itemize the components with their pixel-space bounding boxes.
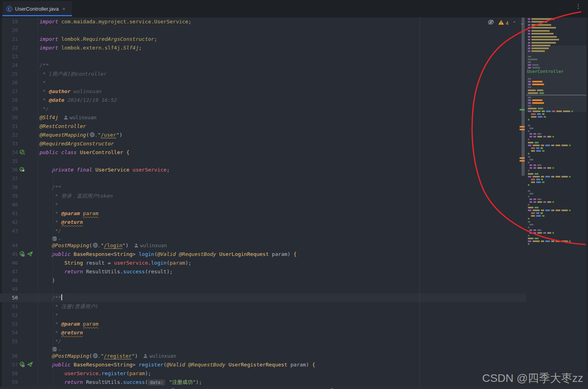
tab-active-underline: [2, 15, 72, 16]
bean-gutter-icon[interactable]: [19, 149, 25, 155]
minimap[interactable]: UserController: [518, 0, 588, 372]
code-lines[interactable]: 19import com.maidada.myproject.service.U…: [0, 17, 526, 387]
text-caret: [61, 294, 62, 300]
code-line-32[interactable]: 32@RequestMapping(⌄"/user"): [0, 131, 526, 139]
code-line-40[interactable]: 40 *: [0, 200, 526, 209]
minimap-viewport-2[interactable]: [526, 95, 586, 112]
code-line-36[interactable]: 36 private final UserService userService…: [0, 166, 526, 174]
code-line-59[interactable]: 59 return ResultUtils.success(data: "注册成…: [0, 378, 526, 387]
code-line-22[interactable]: 22import lombok.extern.slf4j.Slf4j;: [0, 44, 526, 52]
code-line-39[interactable]: 39 * 登录，返回用户token: [0, 192, 526, 200]
code-text: *: [40, 200, 58, 209]
stripe-mark[interactable]: [520, 126, 525, 128]
code-text: /**: [40, 61, 49, 70]
code-line-42[interactable]: 42 * @return: [0, 218, 526, 227]
code-line-23[interactable]: 23: [0, 52, 526, 61]
code-line-20[interactable]: 20: [0, 26, 526, 35]
code-line-44[interactable]: 44 @PostMapping(⌄"/login")wulinxuan: [0, 241, 526, 250]
web-mapping-icon: ⌄: [93, 242, 100, 248]
stripe-mark[interactable]: [520, 157, 525, 159]
code-line-26[interactable]: 26 *: [0, 78, 526, 87]
code-line-34[interactable]: 34public class UserController {: [0, 148, 526, 157]
code-line-43[interactable]: 43 */: [0, 227, 526, 235]
web-mapping-icon: ⌄: [93, 353, 100, 359]
line-number: 31: [0, 122, 18, 131]
code-line-41[interactable]: 41 * @param param: [0, 209, 526, 218]
code-line-21[interactable]: 21import lombok.RequiredArgsConstructor;: [0, 35, 526, 44]
csdn-watermark: CSDN @四季大枣zz: [482, 371, 583, 386]
code-line-50[interactable]: 50 /**: [0, 294, 526, 302]
code-line-49[interactable]: 49: [0, 285, 526, 294]
endpoint-inlay-row[interactable]: ⌄: [0, 346, 526, 352]
code-text: */: [40, 105, 49, 113]
line-number: 53: [0, 320, 18, 328]
code-line-19[interactable]: 19import com.maidada.myproject.service.U…: [0, 17, 526, 26]
line-number: 30: [0, 113, 18, 122]
line-number: 54: [0, 328, 18, 337]
map-gutter-icon-send-gutter-icon[interactable]: [19, 362, 33, 368]
no-highlight-eye-icon[interactable]: [487, 19, 494, 27]
stripe-mark[interactable]: [520, 129, 525, 130]
code-text: public BaseResponse<String> register(@Va…: [40, 360, 315, 369]
stripe-mark[interactable]: [520, 109, 525, 111]
code-line-24[interactable]: 24/**: [0, 61, 526, 70]
code-line-31[interactable]: 31@RestController: [0, 122, 526, 131]
code-editor[interactable]: 19import com.maidada.myproject.service.U…: [0, 17, 588, 389]
code-text: userService.register(param);: [40, 369, 151, 378]
code-text: String result = userService.login(param)…: [40, 259, 192, 267]
code-line-56[interactable]: 56 @PostMapping(⌄"/register")wulinxuan: [0, 352, 526, 360]
wire-gutter-icon[interactable]: [19, 167, 26, 172]
line-number: 51: [0, 302, 18, 311]
code-line-37[interactable]: 37: [0, 174, 526, 183]
code-text: */: [40, 337, 61, 346]
code-line-52[interactable]: 52 *: [0, 311, 526, 320]
tab-close-icon[interactable]: ×: [63, 6, 66, 12]
code-text: import lombok.RequiredArgsConstructor;: [40, 35, 157, 44]
code-line-27[interactable]: 27 * @author wulinxuan: [0, 87, 526, 96]
code-line-47[interactable]: 47 return ResultUtils.success(result);: [0, 267, 526, 276]
code-line-51[interactable]: 51 * 注册(普通用户): [0, 302, 526, 311]
line-number: 32: [0, 131, 18, 139]
code-line-28[interactable]: 28 * @date 2024/12/19 16:52: [0, 96, 526, 105]
warning-triangle-icon[interactable]: [498, 19, 504, 27]
code-text: *: [40, 311, 58, 320]
hard-wrap-guide: [419, 17, 420, 389]
code-line-55[interactable]: 55 */: [0, 337, 526, 346]
code-line-35[interactable]: 35: [0, 157, 526, 166]
map-gutter-icon-send-gutter-icon[interactable]: [19, 251, 33, 257]
tab-usercontroller[interactable]: C UserController.java ×: [2, 1, 72, 16]
line-number: 26: [0, 78, 18, 87]
code-line-45[interactable]: 45 public BaseResponse<String> login(@Va…: [0, 250, 526, 259]
chevron-up-icon[interactable]: ⌃: [512, 21, 516, 26]
more-options-icon[interactable]: ⋮: [575, 5, 580, 8]
breadcrumbs-bar[interactable]: UserController.javaCUserControllermregis…: [0, 387, 588, 389]
code-line-58[interactable]: 58 userService.register(param);: [0, 369, 526, 378]
git-author-inlay: wulinxuan: [143, 353, 176, 359]
code-text: * [用户表]的controller: [40, 70, 106, 78]
code-text: * 注册(普通用户): [40, 302, 98, 311]
code-line-46[interactable]: 46 String result = userService.login(par…: [0, 259, 526, 267]
code-line-38[interactable]: 38 /**: [0, 183, 526, 192]
scrollbar-thumb[interactable]: [522, 17, 525, 176]
line-number: 47: [0, 267, 18, 276]
endpoint-inlay-row[interactable]: ⌄: [0, 235, 526, 241]
code-text: * @param param: [40, 320, 99, 328]
line-number: 56: [0, 352, 18, 360]
code-line-53[interactable]: 53 * @param param: [0, 320, 526, 328]
code-line-30[interactable]: 30@Slf4jwulinxuan: [0, 113, 526, 122]
line-number: 29: [0, 105, 18, 113]
git-author-inlay: wulinxuan: [64, 114, 97, 120]
code-text: @RequiredArgsConstructor: [40, 139, 114, 148]
code-line-57[interactable]: 57 public BaseResponse<String> register(…: [0, 360, 526, 369]
indent-guide: [53, 166, 53, 387]
code-line-54[interactable]: 54 * @return: [0, 328, 526, 337]
code-text: * @return: [40, 218, 83, 227]
stripe-mark[interactable]: [520, 160, 525, 162]
line-number: 40: [0, 200, 18, 209]
code-text: public class UserController {: [40, 148, 129, 157]
code-line-48[interactable]: 48 }: [0, 276, 526, 285]
code-line-33[interactable]: 33@RequiredArgsConstructor: [0, 139, 526, 148]
code-line-29[interactable]: 29 */: [0, 105, 526, 113]
code-line-25[interactable]: 25 * [用户表]的controller: [0, 70, 526, 78]
code-text: */: [40, 227, 61, 235]
